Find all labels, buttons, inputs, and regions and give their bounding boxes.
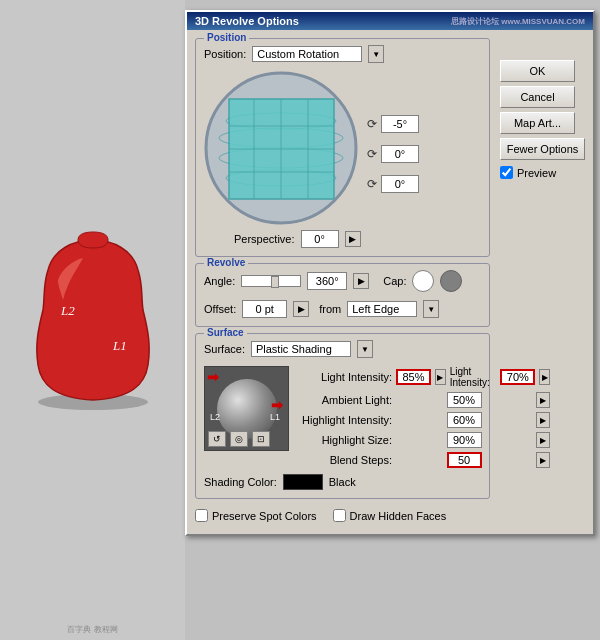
ok-button[interactable]: OK	[500, 60, 575, 82]
surface-icon-btn-2[interactable]: ◎	[230, 431, 248, 447]
hi-arrow-btn[interactable]: ▶	[536, 412, 550, 428]
ambient-light-label: Ambient Light:	[297, 394, 392, 406]
svg-text:L2: L2	[60, 303, 75, 318]
preview-rotation-area: ⟳ ⟳ ⟳	[204, 71, 481, 226]
position-section: Position Position: Custom Rotation ▼	[195, 38, 490, 257]
draw-hidden-label[interactable]: Draw Hidden Faces	[333, 509, 447, 522]
from-dropdown-arrow[interactable]: ▼	[423, 300, 439, 318]
surface-label: Surface:	[204, 343, 245, 355]
surface-dropdown[interactable]: Plastic Shading	[251, 341, 351, 357]
rot-z-icon: ⟳	[367, 177, 377, 191]
light-intensity-input[interactable]	[396, 369, 431, 385]
rot-x-input[interactable]	[381, 115, 419, 133]
surface-icon-btn-1[interactable]: ↺	[208, 431, 226, 447]
right-buttons-panel: OK Cancel Map Art... Fewer Options Previ…	[500, 60, 585, 179]
light-arrow-top: ➡	[207, 369, 219, 385]
li2-arrow-btn[interactable]: ▶	[539, 369, 550, 385]
surface-preview-box: ➡ ➡ L2 L1 ↺ ◎ ⊡	[204, 366, 289, 451]
sphere-svg	[204, 71, 359, 226]
highlight-intensity-label: Highlight Intensity:	[297, 414, 392, 426]
shading-color-swatch[interactable]	[283, 474, 323, 490]
surface-ball	[217, 379, 277, 439]
left-panel: L2 L1 百字典 教程网	[0, 0, 185, 640]
from-dropdown[interactable]: Left Edge	[347, 301, 417, 317]
surface-header: Surface: Plastic Shading ▼	[204, 340, 481, 358]
shading-color-label: Shading Color:	[204, 476, 277, 488]
perspective-label: Perspective:	[234, 233, 295, 245]
ambient-light-row: Ambient Light: ▶	[297, 392, 550, 408]
light-intensity-label: Light Intensity:	[297, 371, 392, 383]
surface-l2-label: L2	[210, 412, 220, 422]
ambient-light-input[interactable]	[447, 392, 482, 408]
rot-y-input[interactable]	[381, 145, 419, 163]
surface-bottom-icons: ↺ ◎ ⊡	[208, 431, 270, 447]
perspective-input[interactable]	[301, 230, 339, 248]
position-section-label: Position	[204, 32, 249, 43]
offset-stepper[interactable]: ▶	[293, 301, 309, 317]
highlight-size-label: Highlight Size:	[297, 434, 392, 446]
perspective-row: Perspective: ▶	[234, 230, 481, 248]
light-intensity2-input[interactable]	[500, 369, 535, 385]
preview-label: Preview	[517, 167, 556, 179]
blend-steps-input[interactable]	[447, 452, 482, 468]
revolve-section: Revolve Angle: ▶ Cap: Offset: ▶ from L	[195, 263, 490, 327]
angle-stepper[interactable]: ▶	[353, 273, 369, 289]
offset-label: Offset:	[204, 303, 236, 315]
surface-l1-label: L1	[270, 412, 280, 422]
angle-slider[interactable]	[241, 275, 301, 287]
position-dropdown-arrow[interactable]: ▼	[368, 45, 384, 63]
sphere-preview-container	[204, 71, 359, 226]
highlight-intensity-input[interactable]	[447, 412, 482, 428]
offset-input[interactable]	[242, 300, 287, 318]
bs-arrow-btn[interactable]: ▶	[536, 452, 550, 468]
cap-btn-closed[interactable]	[440, 270, 462, 292]
surface-value: Plastic Shading	[256, 343, 332, 355]
shading-color-value: Black	[329, 476, 356, 488]
dialog-titlebar: 3D Revolve Options 思路设计论坛 www.MISSVUAN.C…	[187, 12, 593, 30]
shading-color-row: Shading Color: Black	[204, 474, 481, 490]
rotation-inputs: ⟳ ⟳ ⟳	[367, 115, 419, 193]
offset-row: Offset: ▶ from Left Edge ▼	[204, 300, 481, 318]
al-arrow-btn[interactable]: ▶	[536, 392, 550, 408]
highlight-size-input[interactable]	[447, 432, 482, 448]
highlight-size-row: Highlight Size: ▶	[297, 432, 550, 448]
surface-dropdown-arrow[interactable]: ▼	[357, 340, 373, 358]
light-intensity-row: Light Intensity: ▶ Light Intensity: ▶	[297, 366, 550, 388]
dialog-3d-revolve: 3D Revolve Options 思路设计论坛 www.MISSVUAN.C…	[185, 10, 595, 536]
blend-steps-label: Blend Steps:	[297, 454, 392, 466]
cap-label: Cap:	[383, 275, 406, 287]
watermark: 思路设计论坛 www.MISSVUAN.COM	[451, 16, 585, 27]
position-label: Position:	[204, 48, 246, 60]
bottom-watermark: 百字典 教程网	[0, 624, 185, 635]
bottom-checkboxes: Preserve Spot Colors Draw Hidden Faces	[195, 505, 585, 526]
light-intensity2-label: Light Intensity:	[450, 366, 497, 388]
surface-icon-btn-3[interactable]: ⊡	[252, 431, 270, 447]
highlight-intensity-row: Highlight Intensity: ▶	[297, 412, 550, 428]
rot-x-icon: ⟳	[367, 117, 377, 131]
preserve-spot-label[interactable]: Preserve Spot Colors	[195, 509, 317, 522]
surface-content: ➡ ➡ L2 L1 ↺ ◎ ⊡ L	[204, 366, 481, 468]
blend-steps-row: Blend Steps: ▶	[297, 452, 550, 468]
hs-arrow-btn[interactable]: ▶	[536, 432, 550, 448]
li-arrow-btn[interactable]: ▶	[435, 369, 446, 385]
surface-controls: Light Intensity: ▶ Light Intensity: ▶ Am…	[297, 366, 550, 468]
from-label: from	[319, 303, 341, 315]
preview-checkbox-input[interactable]	[500, 166, 513, 179]
position-value: Custom Rotation	[257, 48, 339, 60]
fewer-options-button[interactable]: Fewer Options	[500, 138, 585, 160]
position-dropdown[interactable]: Custom Rotation	[252, 46, 362, 62]
vase-preview: L2 L1	[23, 230, 163, 410]
preserve-spot-checkbox[interactable]	[195, 509, 208, 522]
rot-y-icon: ⟳	[367, 147, 377, 161]
draw-hidden-checkbox[interactable]	[333, 509, 346, 522]
preview-checkbox-row[interactable]: Preview	[500, 166, 585, 179]
rot-z-input[interactable]	[381, 175, 419, 193]
cap-btn-open[interactable]	[412, 270, 434, 292]
angle-input[interactable]	[307, 272, 347, 290]
surface-section: Surface Surface: Plastic Shading ▼ ➡ ➡ L…	[195, 333, 490, 499]
cancel-button[interactable]: Cancel	[500, 86, 575, 108]
map-art-button[interactable]: Map Art...	[500, 112, 575, 134]
perspective-stepper[interactable]: ▶	[345, 231, 361, 247]
rot-z-row: ⟳	[367, 175, 419, 193]
position-row: Position: Custom Rotation ▼	[204, 45, 481, 63]
